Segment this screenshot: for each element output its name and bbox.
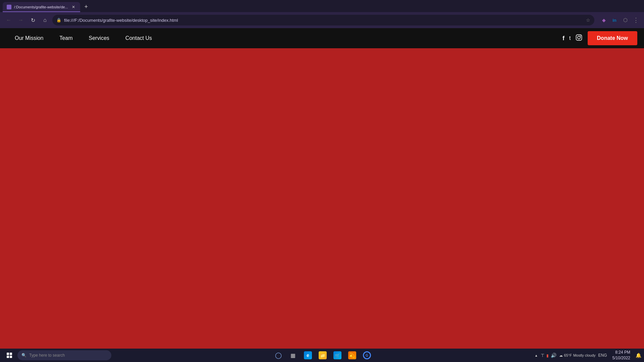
chrome-icon: G (363, 351, 371, 359)
taskbar-right: ▲ ⊤ ▮ 🔊 ☁ 65°F Mostly cloudy ENG 8:24 PM… (534, 350, 641, 361)
store-icon: 🛒 (333, 351, 341, 359)
site-main-content (0, 48, 644, 349)
clock-date: 5/10/2022 (612, 355, 630, 361)
temperature-text: 65°F (564, 353, 572, 357)
weather-icon: ☁ (559, 353, 563, 358)
volume-icon: 🔊 (551, 353, 556, 358)
battery-tray-icon[interactable]: ▮ (546, 353, 549, 358)
cortana-taskbar-icon[interactable]: ◯ (272, 349, 285, 361)
reload-button[interactable]: ↻ (28, 15, 38, 25)
browser-toolbar: ← → ↻ ⌂ 🔒 file:///F:/Documents/grafite-w… (0, 12, 644, 28)
nav-contact-us[interactable]: Contact Us (117, 28, 160, 48)
tab-active-indicator (3, 11, 80, 12)
nav-our-mission[interactable]: Our Mission (7, 28, 51, 48)
tab-favicon (7, 5, 11, 9)
cortana-icon: ◯ (274, 351, 282, 359)
hamburger-icon: ⋮ (633, 16, 639, 24)
bookmark-icon[interactable]: ☆ (586, 17, 590, 23)
language-indicator: ENG (598, 353, 607, 358)
shield-icon: ◆ (602, 17, 606, 23)
taskbar-center: ◯ ▦ e 📁 🛒 💫 (272, 349, 374, 361)
svg-point-1 (577, 36, 580, 39)
battery-icon: ▮ (546, 353, 549, 358)
social-icons: f t (562, 34, 582, 42)
taskbar-search[interactable]: 🔍 Type here to search (17, 350, 111, 360)
show-hidden-icons-button[interactable]: ▲ (534, 354, 539, 357)
nav-services[interactable]: Services (80, 28, 117, 48)
store-taskbar-icon[interactable]: 🛒 (331, 349, 344, 361)
taskbar: 🔍 Type here to search ◯ ▦ e 📁 (0, 349, 644, 362)
network-tray-icon[interactable]: ⊤ (541, 353, 544, 358)
firefox-icon: 💫 (348, 351, 356, 359)
nav-team[interactable]: Team (51, 28, 80, 48)
edge-taskbar-icon[interactable]: e (301, 349, 315, 361)
chrome-taskbar-icon[interactable]: G (360, 349, 374, 361)
browser-chrome: /:Documents/grafite-website/de... ✕ + ← … (0, 0, 644, 28)
task-view-icon: ▦ (289, 351, 297, 359)
twitter-icon: t (569, 35, 571, 41)
start-button[interactable] (3, 349, 16, 361)
firefox-taskbar-icon[interactable]: 💫 (345, 349, 359, 361)
puzzle-icon: ⬡ (623, 17, 628, 23)
forward-button[interactable]: → (16, 15, 25, 25)
notification-icon: 🔔 (636, 353, 641, 358)
system-tray: ▲ ⊤ ▮ 🔊 (534, 353, 556, 358)
clock-time: 8:24 PM (612, 350, 630, 355)
search-placeholder: Type here to search (29, 353, 65, 358)
browser-tab-active[interactable]: /:Documents/grafite-website/de... ✕ (3, 2, 80, 12)
weather-condition: Mostly cloudy (573, 353, 596, 357)
home-button[interactable]: ⌂ (40, 15, 50, 25)
address-bar[interactable]: 🔒 file:///F:/Documents/grafite-website/d… (52, 15, 594, 25)
website-content: Our Mission Team Services Contact Us f t (0, 28, 644, 349)
browser-extension-icons: ◆ in ⬡ ⋮ (600, 16, 640, 24)
task-view-taskbar-icon[interactable]: ▦ (286, 349, 300, 361)
menu-button[interactable]: ⋮ (632, 16, 640, 24)
search-icon: 🔍 (21, 353, 26, 358)
windows-square-2 (10, 353, 12, 355)
edge-icon: e (304, 351, 312, 359)
volume-tray-icon[interactable]: 🔊 (551, 353, 556, 358)
windows-square-4 (10, 356, 12, 358)
tab-close-button[interactable]: ✕ (71, 4, 76, 10)
tab-bar: /:Documents/grafite-website/de... ✕ + (0, 0, 644, 12)
site-navbar: Our Mission Team Services Contact Us f t (0, 28, 644, 48)
linkedin-extension-icon[interactable]: in (610, 16, 619, 24)
tab-title: /:Documents/grafite-website/de... (14, 5, 68, 9)
linkedin-icon: in (612, 18, 616, 23)
weather-widget[interactable]: ☁ 65°F Mostly cloudy (559, 353, 596, 358)
notification-center-button[interactable]: 🔔 (636, 353, 641, 358)
wifi-icon: ⊤ (541, 353, 544, 358)
system-clock[interactable]: 8:24 PM 5/10/2022 (610, 350, 633, 361)
windows-icon (7, 353, 12, 358)
facebook-link[interactable]: f (562, 35, 565, 42)
file-explorer-icon: 📁 (319, 351, 327, 359)
new-tab-button[interactable]: + (82, 2, 91, 11)
donate-now-button[interactable]: Donate Now (588, 31, 637, 45)
instagram-icon (576, 34, 582, 42)
nav-right: f t Donate Now (562, 31, 637, 45)
chrome-extension-icon[interactable]: ⬡ (621, 16, 629, 24)
file-explorer-taskbar-icon[interactable]: 📁 (316, 349, 329, 361)
shield-extension-icon[interactable]: ◆ (600, 16, 608, 24)
svg-point-2 (580, 36, 581, 37)
url-text: file:///F:/Documents/grafite-website/des… (64, 18, 583, 23)
twitter-link[interactable]: t (569, 35, 571, 41)
windows-square-1 (7, 353, 9, 355)
nav-links: Our Mission Team Services Contact Us (7, 28, 160, 48)
lock-icon: 🔒 (56, 18, 61, 22)
taskbar-left: 🔍 Type here to search (3, 349, 111, 361)
svg-rect-0 (576, 35, 582, 41)
facebook-icon: f (562, 35, 565, 42)
windows-square-3 (7, 356, 9, 358)
instagram-link[interactable] (576, 34, 582, 42)
back-button[interactable]: ← (4, 15, 13, 25)
